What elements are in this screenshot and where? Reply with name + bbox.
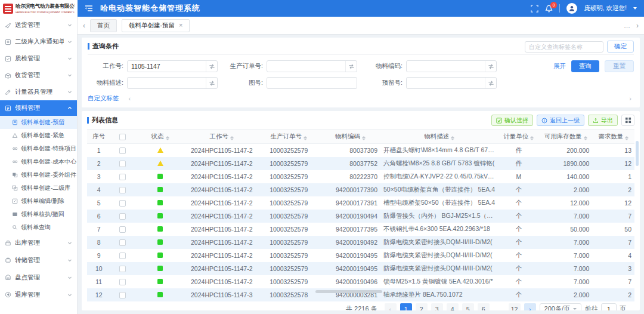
sidebar-subitem-create-special-project[interactable]: 领料单创建-特殊项目 <box>0 142 77 155</box>
prod-order-input[interactable] <box>267 63 345 70</box>
table-row[interactable]: 8 2024HPC1105-1147-2 10003252579 9420001… <box>87 236 634 249</box>
table-row[interactable]: 2 2024HPC1105-1147-2 10003252579 8003775… <box>87 157 634 170</box>
material-desc-input[interactable] <box>128 79 206 87</box>
table-row[interactable]: 7 2024HPC1105-1147-2 10003252579 9420001… <box>87 223 634 236</box>
tab-close-icon[interactable]: × <box>179 22 182 29</box>
table-row[interactable]: 11 2024HPC1105-1147-2 10003252579 942000… <box>87 275 634 288</box>
select-all-checkbox[interactable] <box>119 134 126 140</box>
table-row[interactable]: 9 2024HPC1105-1147-2 10003252579 9420001… <box>87 249 634 262</box>
reserve-no-input[interactable] <box>407 79 485 87</box>
col-material-desc[interactable]: 物料描述 <box>380 130 498 144</box>
material-code-input[interactable] <box>407 63 485 70</box>
tabs-scroll-left-icon[interactable]: ‹ <box>83 21 85 30</box>
tabs-scroll-right-icon[interactable]: › <box>636 21 639 30</box>
export-button[interactable]: 导出 <box>588 115 618 126</box>
sort-icon[interactable] <box>530 136 534 140</box>
pages-ellipsis[interactable]: … <box>493 303 505 311</box>
sidebar-item-stocktake[interactable]: 盘点管理 <box>0 269 77 286</box>
page-button[interactable]: 1 <box>400 303 412 311</box>
col-select-all[interactable] <box>110 130 134 144</box>
expand-filters-link[interactable]: 展开 <box>553 62 566 70</box>
sidebar-item-secondary-inbound-notice[interactable]: 二级库入库通知单 <box>0 33 77 50</box>
row-checkbox[interactable] <box>119 253 126 259</box>
next-page-icon[interactable]: › <box>524 303 536 311</box>
confirm-select-button[interactable]: 确认选择 <box>491 115 533 126</box>
table-row[interactable]: 6 2024HPC1105-1147-2 10003252579 9420001… <box>87 210 634 223</box>
tab-requisition-create-reserve[interactable]: 领料单创建-预留 × <box>122 19 190 32</box>
page-button[interactable]: 2 <box>416 303 428 311</box>
sidebar-subitem-query[interactable]: 领料单查询 <box>0 221 77 234</box>
page-button[interactable]: 6 <box>478 303 490 311</box>
search-button[interactable]: 查询 <box>571 60 599 72</box>
col-prod-order[interactable]: 生产订单号 <box>257 130 320 144</box>
sidebar-item-return-warehouse[interactable]: 退库管理 <box>0 286 77 303</box>
multi-value-filter-icon[interactable] <box>345 61 357 72</box>
goto-page-input[interactable] <box>601 303 617 310</box>
col-unit[interactable]: 计量单位 <box>498 130 539 144</box>
col-material-code[interactable]: 物料编码 <box>320 130 380 144</box>
table-row[interactable]: 1 2024HPC1105-1147-2 10003252579 8003730… <box>87 144 634 157</box>
multi-value-filter-icon[interactable] <box>206 61 217 72</box>
prev-page-icon[interactable]: ‹ <box>385 303 397 311</box>
row-checkbox[interactable] <box>119 174 126 180</box>
custom-tag-name-input[interactable] <box>525 41 603 53</box>
tags-scroll-right-icon[interactable]: › <box>629 95 631 102</box>
user-avatar[interactable] <box>566 3 577 14</box>
sidebar-subitem-edit-delete[interactable]: 领料单编辑/删除 <box>0 195 77 208</box>
drawing-no-input[interactable] <box>267 79 357 87</box>
sidebar-item-outbound[interactable]: 出库管理 <box>0 234 77 251</box>
page-button[interactable]: 4 <box>447 303 459 311</box>
collapse-sidebar-icon[interactable] <box>85 5 93 12</box>
horizontal-scrollbar-thumb[interactable] <box>315 290 382 293</box>
row-checkbox[interactable] <box>119 239 126 246</box>
reset-button[interactable]: 重置 <box>605 60 634 72</box>
page-button[interactable]: 3 <box>431 303 443 311</box>
back-to-parent-button[interactable]: 返回上一级 <box>537 115 584 126</box>
tab-home[interactable]: 首页 <box>90 19 117 32</box>
vertical-scrollbar-thumb[interactable] <box>636 141 639 166</box>
page-button[interactable]: 12 <box>509 303 521 311</box>
notifications-bell-icon[interactable]: 0 <box>545 5 553 13</box>
work-no-input[interactable] <box>128 63 206 70</box>
user-menu-caret-icon[interactable] <box>633 7 637 10</box>
col-required-qty[interactable]: 需求数量 <box>592 130 634 144</box>
multi-value-filter-icon[interactable] <box>485 78 496 88</box>
row-checkbox[interactable] <box>119 187 126 193</box>
row-checkbox[interactable] <box>119 226 126 233</box>
sidebar-item-measuring-tools[interactable]: 计量器具管理 <box>0 84 77 100</box>
sidebar-subitem-create-reserve[interactable]: 领料单创建-预留 <box>0 116 77 129</box>
table-row[interactable]: 10 2024HPC1105-1147-2 10003252579 942000… <box>87 262 634 275</box>
custom-tag-link[interactable]: 自定义标签 <box>88 94 119 103</box>
sort-icon[interactable] <box>451 136 454 140</box>
fullscreen-icon[interactable] <box>531 5 538 13</box>
table-row[interactable]: 5 2024HPC1105-1147-2 10003252579 9420001… <box>87 196 634 210</box>
sidebar-item-delivery[interactable]: 送货管理 <box>0 17 77 33</box>
sort-icon[interactable] <box>584 136 587 140</box>
col-available-qty[interactable]: 可用库存数量 <box>539 130 592 144</box>
sidebar-subitem-approve-withdraw[interactable]: 领料单核执/撤回 <box>0 208 77 221</box>
sidebar-item-receiving[interactable]: 收货管理 <box>0 67 77 84</box>
sidebar-subitem-create-outsourced[interactable]: 领料单创建-委外组件 <box>0 168 77 181</box>
row-checkbox[interactable] <box>119 266 126 272</box>
multi-value-filter-icon[interactable] <box>485 61 496 72</box>
row-checkbox[interactable] <box>119 292 126 298</box>
sidebar-subitem-create-secondary-warehouse[interactable]: 领料单创建-二级库 <box>0 181 77 195</box>
sort-icon[interactable] <box>362 136 366 140</box>
sidebar-subitem-create-urgent[interactable]: 领料单创建-紧急 <box>0 129 77 142</box>
table-row[interactable]: 3 2024HPC1105-1147-2 10003252579 8022237… <box>87 170 634 183</box>
sort-icon[interactable] <box>166 136 169 140</box>
page-button[interactable]: 5 <box>462 303 474 311</box>
row-checkbox[interactable] <box>119 161 126 167</box>
sidebar-group-material-requisition[interactable]: 领料管理 <box>0 100 77 116</box>
multi-value-filter-icon[interactable] <box>206 78 217 88</box>
sort-icon[interactable] <box>304 136 307 140</box>
confirm-tag-button[interactable]: 确定 <box>607 41 634 53</box>
sidebar-subitem-create-cost-center[interactable]: 领料单创建-成本中心 <box>0 155 77 168</box>
table-row[interactable]: 4 2024HPC1105-1147-2 10003252579 9420001… <box>87 183 634 196</box>
sort-icon[interactable] <box>625 136 628 140</box>
col-work-no[interactable]: 工作号 <box>186 130 257 144</box>
page-size-select[interactable]: 200条/页 <box>540 303 581 311</box>
column-settings-icon[interactable] <box>621 115 634 126</box>
sidebar-item-transfer[interactable]: 转储管理 <box>0 251 77 269</box>
sidebar-item-quality-inspection[interactable]: 质检管理 <box>0 50 77 67</box>
